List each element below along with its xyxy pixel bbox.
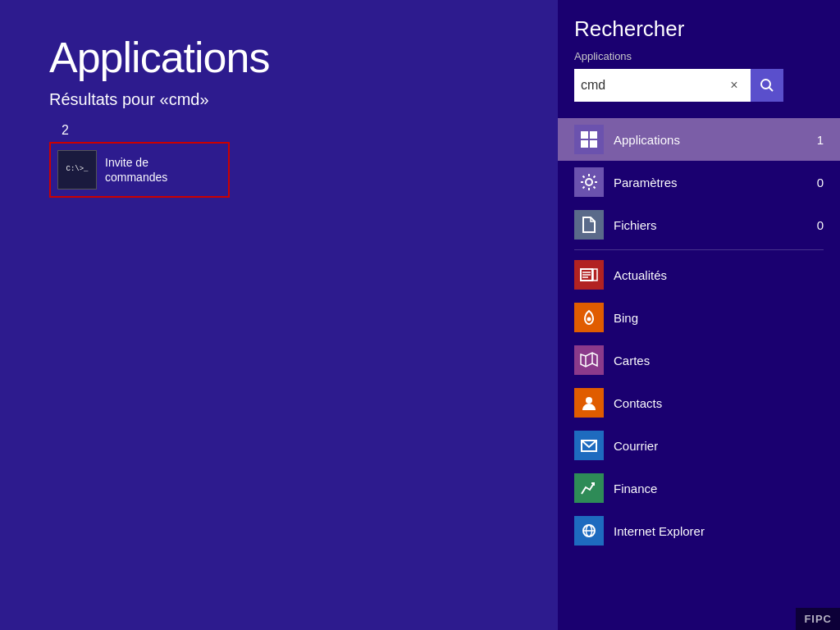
category-separator [574, 249, 824, 250]
parametres-label: Paramètres [614, 176, 807, 189]
svg-rect-2 [581, 131, 588, 139]
main-content: Applications Résultats pour «cmd» 2 C:\>… [0, 0, 558, 630]
contacts-label: Contacts [614, 396, 807, 410]
category-item-finance[interactable]: Finance [558, 467, 840, 509]
cartes-label: Cartes [614, 354, 807, 368]
search-section: Rechercher Applications × [558, 0, 840, 114]
search-input-row: × [574, 69, 824, 102]
finance-icon [574, 473, 604, 503]
svg-rect-4 [581, 140, 588, 148]
courrier-icon [574, 431, 604, 460]
search-category-label: Applications [574, 50, 824, 62]
svg-line-1 [769, 88, 774, 92]
bing-label: Bing [614, 311, 807, 325]
bing-icon [574, 303, 604, 332]
search-icon [760, 78, 774, 93]
category-item-applications[interactable]: Applications 1 [558, 118, 840, 161]
applications-count: 1 [807, 133, 824, 147]
svg-rect-5 [590, 140, 597, 148]
rechercher-title: Rechercher [574, 16, 824, 42]
courrier-label: Courrier [614, 439, 807, 453]
fichiers-count: 0 [807, 218, 824, 232]
svg-point-6 [586, 179, 592, 185]
category-list: Applications 1 Paramètres 0 Fichiers [558, 118, 840, 630]
finance-label: Finance [614, 482, 807, 495]
category-item-parametres[interactable]: Paramètres 0 [558, 161, 840, 203]
applications-icon [574, 125, 604, 154]
category-item-actualites[interactable]: Actualités [558, 253, 840, 296]
actualites-label: Actualités [614, 268, 807, 282]
app-result-cmd[interactable]: C:\>_ Invite de commandes [49, 142, 230, 198]
actualites-icon [574, 260, 604, 290]
settings-icon [574, 167, 604, 197]
cmd-icon: C:\>_ [57, 150, 97, 189]
search-clear-button[interactable]: × [718, 69, 751, 102]
category-item-courrier[interactable]: Courrier [558, 424, 840, 467]
search-sidebar: Rechercher Applications × [558, 0, 840, 630]
svg-marker-13 [581, 353, 597, 367]
search-input[interactable] [574, 69, 718, 102]
app-name-cmd: Invite de commandes [105, 155, 167, 185]
parametres-count: 0 [807, 176, 824, 189]
category-item-bing[interactable]: Bing [558, 296, 840, 339]
svg-point-0 [761, 80, 770, 89]
category-item-contacts[interactable]: Contacts [558, 381, 840, 424]
category-item-cartes[interactable]: Cartes [558, 339, 840, 381]
watermark: FIPC [796, 608, 840, 630]
svg-point-12 [587, 317, 591, 322]
fichiers-label: Fichiers [614, 218, 807, 232]
cartes-icon [574, 345, 604, 375]
page-title: Applications [49, 33, 509, 82]
search-go-button[interactable] [751, 69, 783, 102]
results-label: Résultats pour «cmd» [49, 90, 509, 109]
svg-point-16 [586, 397, 592, 404]
ie-label: Internet Explorer [614, 524, 807, 538]
applications-label: Applications [614, 133, 807, 147]
files-icon [574, 210, 604, 240]
ie-icon [574, 516, 604, 546]
svg-rect-3 [590, 131, 597, 139]
svg-rect-8 [593, 269, 597, 281]
result-count-badge: 2 [62, 123, 69, 138]
contacts-icon [574, 388, 604, 418]
category-item-fichiers[interactable]: Fichiers 0 [558, 203, 840, 246]
category-item-internet-explorer[interactable]: Internet Explorer [558, 509, 840, 552]
